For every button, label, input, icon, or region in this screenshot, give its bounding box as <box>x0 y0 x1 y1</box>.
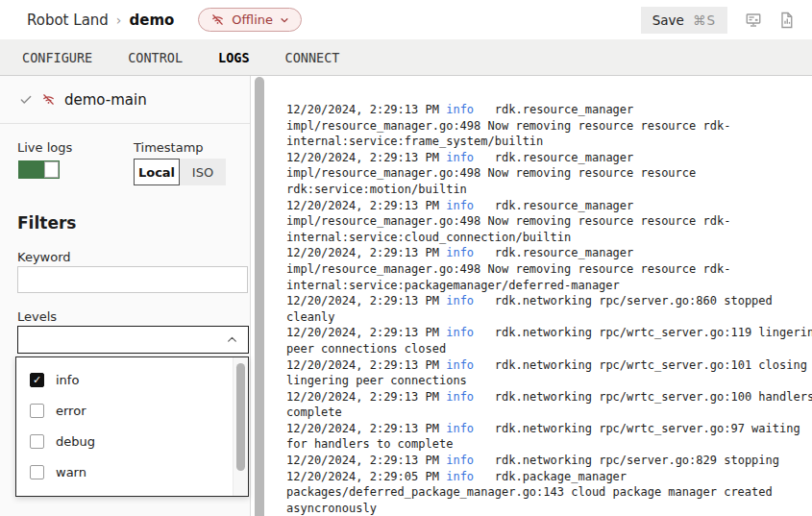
filters-title: Filters <box>17 213 76 233</box>
chevron-up-icon <box>226 333 238 346</box>
top-header: Robot Land › demo Offline Save ⌘S <box>0 0 812 39</box>
checkbox-warn[interactable] <box>30 465 44 479</box>
level-option-label: info <box>56 373 79 387</box>
log-entry: 12/20/2024, 2:29:13 PM info rdk.networki… <box>286 357 812 389</box>
wifi-off-icon <box>210 12 225 27</box>
dropdown-scrollbar-thumb[interactable] <box>236 363 245 471</box>
part-name: demo-main <box>64 91 147 109</box>
level-option-debug[interactable]: debug <box>16 426 248 456</box>
chevron-down-icon <box>280 15 289 25</box>
level-option-warn[interactable]: warn <box>16 456 248 487</box>
checkbox-info[interactable] <box>30 373 44 387</box>
log-entry: 12/20/2024, 2:29:13 PM info rdk.resource… <box>286 245 812 293</box>
tab-logs[interactable]: LOGS <box>218 50 250 65</box>
monitor-icon[interactable] <box>745 12 762 29</box>
live-logs-toggle[interactable] <box>18 160 60 179</box>
keyword-input[interactable] <box>17 266 248 293</box>
level-option-info[interactable]: info <box>16 364 248 395</box>
log-entry: 12/20/2024, 2:29:13 PM info rdk.resource… <box>286 198 812 246</box>
breadcrumb-project[interactable]: Robot Land <box>27 12 109 29</box>
levels-dropdown-list: infoerrordebugwarn <box>16 357 248 487</box>
level-option-error[interactable]: error <box>16 395 248 426</box>
live-logs-label: Live logs <box>17 140 72 155</box>
keyword-label: Keyword <box>17 250 71 264</box>
tab-connect[interactable]: CONNECT <box>285 50 340 65</box>
log-panel: 12/20/2024, 2:29:13 PM info rdk.resource… <box>251 76 812 516</box>
log-entry: 12/20/2024, 2:29:13 PM info rdk.networki… <box>286 293 812 325</box>
log-entry: 12/20/2024, 2:29:13 PM info rdk.networki… <box>286 325 812 356</box>
levels-label: Levels <box>17 309 57 324</box>
level-option-label: debug <box>56 434 95 449</box>
toggle-knob <box>44 161 59 178</box>
log-entry: 12/20/2024, 2:29:13 PM info rdk.networki… <box>286 389 812 421</box>
timestamp-option-iso[interactable]: ISO <box>180 159 226 185</box>
checkbox-debug[interactable] <box>30 434 44 449</box>
dropdown-scrollbar-track[interactable] <box>233 357 248 496</box>
tab-configure[interactable]: CONFIGURE <box>22 50 92 65</box>
machine-part-selector[interactable]: demo-main <box>0 76 250 124</box>
levels-select[interactable] <box>17 326 249 354</box>
timestamp-format-switch: Local ISO <box>134 159 226 185</box>
level-option-label: warn <box>56 465 86 479</box>
save-shortcut: ⌘S <box>693 12 716 28</box>
log-entry: 12/20/2024, 2:29:13 PM info rdk.resource… <box>286 150 812 198</box>
wifi-off-icon <box>41 92 56 107</box>
tab-control[interactable]: CONTROL <box>128 50 183 65</box>
log-entry: 12/20/2024, 2:29:05 PM info rdk.package_… <box>286 469 812 516</box>
checkbox-error[interactable] <box>30 404 44 418</box>
log-entry: 12/20/2024, 2:29:13 PM info rdk.networki… <box>286 453 812 469</box>
save-label: Save <box>652 12 684 28</box>
breadcrumb-separator: › <box>116 12 122 28</box>
save-button[interactable]: Save ⌘S <box>641 7 727 34</box>
tab-bar: CONFIGURECONTROLLOGSCONNECT <box>0 39 812 76</box>
timestamp-option-local[interactable]: Local <box>134 159 180 185</box>
status-badge: Offline <box>232 12 273 27</box>
log-scrollbar[interactable] <box>255 77 264 516</box>
log-entries: 12/20/2024, 2:29:13 PM info rdk.resource… <box>286 102 812 516</box>
breadcrumb-machine[interactable]: demo <box>129 12 174 29</box>
level-option-label: error <box>56 404 86 418</box>
logs-sidebar: demo-main Live logs Timestamp Local ISO … <box>0 76 251 516</box>
file-report-icon[interactable] <box>779 12 797 29</box>
machine-status-dropdown[interactable]: Offline <box>198 8 302 32</box>
timestamp-label: Timestamp <box>134 140 204 155</box>
log-entry: 12/20/2024, 2:29:13 PM info rdk.networki… <box>286 421 812 453</box>
check-icon <box>19 93 33 107</box>
log-entry: 12/20/2024, 2:29:13 PM info rdk.resource… <box>286 102 812 150</box>
levels-dropdown: infoerrordebugwarn <box>15 356 249 497</box>
